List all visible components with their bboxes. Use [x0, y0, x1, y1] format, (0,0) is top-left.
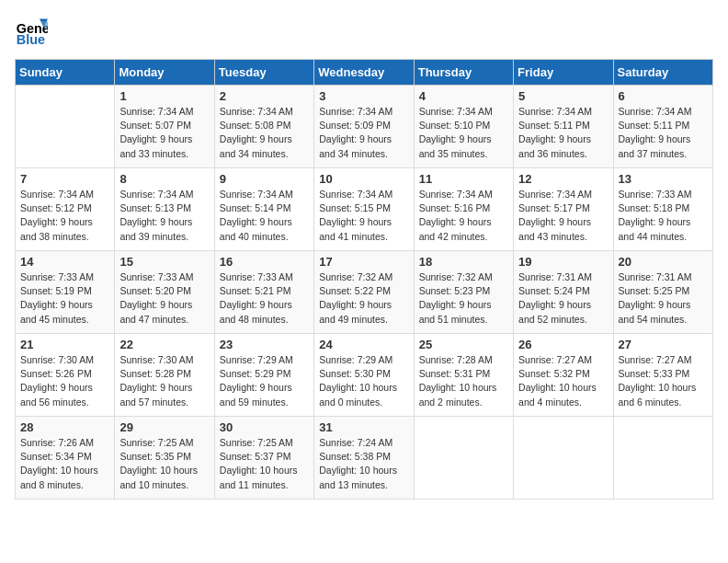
- day-number: 11: [419, 172, 508, 186]
- calendar-cell: 30Sunrise: 7:25 AM Sunset: 5:37 PM Dayli…: [214, 417, 313, 500]
- day-of-week-header: Wednesday: [314, 60, 414, 86]
- calendar-cell: 17Sunrise: 7:32 AM Sunset: 5:22 PM Dayli…: [314, 251, 414, 334]
- day-number: 10: [319, 172, 408, 186]
- day-number: 30: [220, 420, 309, 434]
- svg-text:Blue: Blue: [17, 32, 45, 47]
- day-info: Sunrise: 7:29 AM Sunset: 5:30 PM Dayligh…: [319, 353, 408, 409]
- calendar-cell: 23Sunrise: 7:29 AM Sunset: 5:29 PM Dayli…: [214, 334, 313, 417]
- calendar-cell: 21Sunrise: 7:30 AM Sunset: 5:26 PM Dayli…: [16, 334, 115, 417]
- day-number: 16: [220, 255, 309, 269]
- day-number: 24: [319, 338, 408, 351]
- day-info: Sunrise: 7:33 AM Sunset: 5:19 PM Dayligh…: [20, 270, 109, 327]
- day-of-week-header: Sunday: [16, 60, 115, 86]
- calendar-cell: 10Sunrise: 7:34 AM Sunset: 5:15 PM Dayli…: [314, 168, 414, 251]
- calendar-cell: 4Sunrise: 7:34 AM Sunset: 5:10 PM Daylig…: [414, 86, 513, 168]
- calendar-cell: 3Sunrise: 7:34 AM Sunset: 5:09 PM Daylig…: [314, 86, 414, 168]
- day-info: Sunrise: 7:30 AM Sunset: 5:26 PM Dayligh…: [20, 353, 109, 409]
- calendar-cell: 1Sunrise: 7:34 AM Sunset: 5:07 PM Daylig…: [115, 86, 214, 168]
- calendar-cell: 24Sunrise: 7:29 AM Sunset: 5:30 PM Dayli…: [314, 334, 414, 417]
- day-info: Sunrise: 7:25 AM Sunset: 5:35 PM Dayligh…: [119, 436, 209, 492]
- calendar-cell: [514, 417, 613, 500]
- day-info: Sunrise: 7:34 AM Sunset: 5:07 PM Dayligh…: [119, 105, 209, 161]
- calendar-cell: 27Sunrise: 7:27 AM Sunset: 5:33 PM Dayli…: [613, 334, 712, 417]
- calendar-cell: 16Sunrise: 7:33 AM Sunset: 5:21 PM Dayli…: [214, 251, 313, 334]
- calendar-cell: 31Sunrise: 7:24 AM Sunset: 5:38 PM Dayli…: [314, 417, 414, 500]
- day-info: Sunrise: 7:24 AM Sunset: 5:38 PM Dayligh…: [319, 436, 408, 492]
- calendar-cell: 25Sunrise: 7:28 AM Sunset: 5:31 PM Dayli…: [414, 334, 513, 417]
- day-number: 20: [619, 255, 708, 269]
- day-info: Sunrise: 7:33 AM Sunset: 5:21 PM Dayligh…: [220, 270, 309, 327]
- day-info: Sunrise: 7:34 AM Sunset: 5:17 PM Dayligh…: [518, 188, 608, 244]
- day-info: Sunrise: 7:29 AM Sunset: 5:29 PM Dayligh…: [220, 353, 309, 409]
- day-of-week-header: Tuesday: [214, 60, 313, 86]
- day-of-week-header: Monday: [115, 60, 214, 86]
- calendar-cell: [613, 417, 712, 500]
- day-number: 19: [518, 255, 608, 269]
- calendar-cell: 14Sunrise: 7:33 AM Sunset: 5:19 PM Dayli…: [16, 251, 115, 334]
- logo: General Blue: [15, 15, 51, 48]
- day-number: 6: [619, 89, 708, 103]
- day-number: 12: [518, 172, 608, 186]
- calendar-cell: [16, 86, 115, 168]
- day-info: Sunrise: 7:34 AM Sunset: 5:10 PM Dayligh…: [419, 105, 508, 161]
- calendar-cell: 29Sunrise: 7:25 AM Sunset: 5:35 PM Dayli…: [115, 417, 214, 500]
- day-number: 13: [619, 172, 708, 186]
- calendar-week-row: 1Sunrise: 7:34 AM Sunset: 5:07 PM Daylig…: [16, 86, 713, 168]
- calendar-cell: 7Sunrise: 7:34 AM Sunset: 5:12 PM Daylig…: [16, 168, 115, 251]
- calendar-cell: 2Sunrise: 7:34 AM Sunset: 5:08 PM Daylig…: [214, 86, 313, 168]
- calendar-cell: 26Sunrise: 7:27 AM Sunset: 5:32 PM Dayli…: [514, 334, 613, 417]
- day-of-week-header: Thursday: [414, 60, 513, 86]
- day-info: Sunrise: 7:26 AM Sunset: 5:34 PM Dayligh…: [20, 436, 109, 492]
- day-number: 8: [119, 172, 209, 186]
- day-number: 25: [419, 338, 508, 351]
- day-number: 1: [119, 89, 209, 103]
- calendar-cell: [414, 417, 513, 500]
- day-number: 31: [319, 420, 408, 434]
- day-number: 15: [119, 255, 209, 269]
- calendar-cell: 15Sunrise: 7:33 AM Sunset: 5:20 PM Dayli…: [115, 251, 214, 334]
- calendar-week-row: 21Sunrise: 7:30 AM Sunset: 5:26 PM Dayli…: [16, 334, 713, 417]
- day-info: Sunrise: 7:34 AM Sunset: 5:08 PM Dayligh…: [220, 105, 309, 161]
- day-number: 7: [20, 172, 109, 186]
- day-number: 22: [119, 338, 209, 351]
- calendar-cell: 12Sunrise: 7:34 AM Sunset: 5:17 PM Dayli…: [514, 168, 613, 251]
- day-number: 3: [319, 89, 408, 103]
- day-info: Sunrise: 7:34 AM Sunset: 5:15 PM Dayligh…: [319, 188, 408, 244]
- calendar-cell: 20Sunrise: 7:31 AM Sunset: 5:25 PM Dayli…: [613, 251, 712, 334]
- page-header: General Blue: [15, 15, 713, 48]
- calendar-cell: 6Sunrise: 7:34 AM Sunset: 5:11 PM Daylig…: [613, 86, 712, 168]
- day-number: 29: [119, 420, 209, 434]
- day-info: Sunrise: 7:32 AM Sunset: 5:23 PM Dayligh…: [419, 270, 508, 327]
- calendar-cell: 5Sunrise: 7:34 AM Sunset: 5:11 PM Daylig…: [514, 86, 613, 168]
- day-number: 5: [518, 89, 608, 103]
- logo-icon: General Blue: [15, 15, 48, 48]
- day-number: 17: [319, 255, 408, 269]
- day-info: Sunrise: 7:34 AM Sunset: 5:09 PM Dayligh…: [319, 105, 408, 161]
- day-info: Sunrise: 7:34 AM Sunset: 5:12 PM Dayligh…: [20, 188, 109, 244]
- calendar-cell: 18Sunrise: 7:32 AM Sunset: 5:23 PM Dayli…: [414, 251, 513, 334]
- day-info: Sunrise: 7:31 AM Sunset: 5:24 PM Dayligh…: [518, 270, 608, 327]
- day-info: Sunrise: 7:33 AM Sunset: 5:20 PM Dayligh…: [119, 270, 209, 327]
- day-info: Sunrise: 7:27 AM Sunset: 5:32 PM Dayligh…: [518, 353, 608, 409]
- calendar-cell: 11Sunrise: 7:34 AM Sunset: 5:16 PM Dayli…: [414, 168, 513, 251]
- day-info: Sunrise: 7:34 AM Sunset: 5:11 PM Dayligh…: [518, 105, 608, 161]
- day-info: Sunrise: 7:34 AM Sunset: 5:16 PM Dayligh…: [419, 188, 508, 244]
- day-info: Sunrise: 7:32 AM Sunset: 5:22 PM Dayligh…: [319, 270, 408, 327]
- day-of-week-header: Saturday: [613, 60, 712, 86]
- calendar-week-row: 7Sunrise: 7:34 AM Sunset: 5:12 PM Daylig…: [16, 168, 713, 251]
- calendar-header-row: SundayMondayTuesdayWednesdayThursdayFrid…: [16, 60, 713, 86]
- calendar-cell: 8Sunrise: 7:34 AM Sunset: 5:13 PM Daylig…: [115, 168, 214, 251]
- day-info: Sunrise: 7:27 AM Sunset: 5:33 PM Dayligh…: [619, 353, 708, 409]
- day-number: 14: [20, 255, 109, 269]
- calendar-cell: 9Sunrise: 7:34 AM Sunset: 5:14 PM Daylig…: [214, 168, 313, 251]
- day-number: 26: [518, 338, 608, 351]
- calendar-cell: 19Sunrise: 7:31 AM Sunset: 5:24 PM Dayli…: [514, 251, 613, 334]
- day-info: Sunrise: 7:30 AM Sunset: 5:28 PM Dayligh…: [119, 353, 209, 409]
- day-info: Sunrise: 7:34 AM Sunset: 5:14 PM Dayligh…: [220, 188, 309, 244]
- day-number: 21: [20, 338, 109, 351]
- day-number: 27: [619, 338, 708, 351]
- calendar-week-row: 28Sunrise: 7:26 AM Sunset: 5:34 PM Dayli…: [16, 417, 713, 500]
- day-info: Sunrise: 7:25 AM Sunset: 5:37 PM Dayligh…: [220, 436, 309, 492]
- day-info: Sunrise: 7:33 AM Sunset: 5:18 PM Dayligh…: [619, 188, 708, 244]
- day-info: Sunrise: 7:34 AM Sunset: 5:11 PM Dayligh…: [619, 105, 708, 161]
